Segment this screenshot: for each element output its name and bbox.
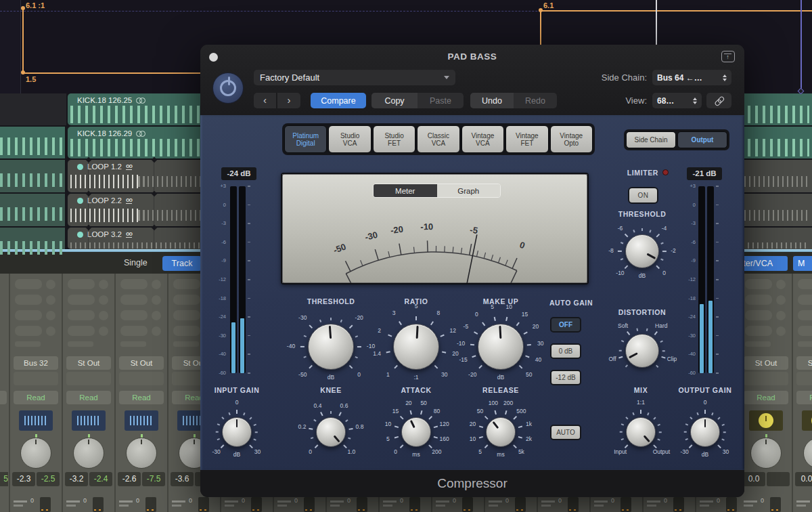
insert-slot-knob[interactable] <box>152 326 161 336</box>
insert-slot[interactable] <box>15 326 42 336</box>
automation-mode-button[interactable]: Read <box>66 391 111 404</box>
automation-node-line[interactable] <box>22 7 24 74</box>
compare-button[interactable]: Compare <box>311 93 366 108</box>
insert-slot[interactable] <box>120 310 148 320</box>
insert-slot-knob[interactable] <box>46 326 55 336</box>
insert-slot-knob[interactable] <box>99 311 108 320</box>
pan-knob[interactable] <box>750 438 782 469</box>
insert-slot-knob[interactable] <box>99 280 108 289</box>
insert-slot[interactable] <box>120 279 148 289</box>
circuit-tab-classic-vca[interactable]: ClassicVCA <box>417 125 459 153</box>
insert-slot[interactable] <box>68 279 95 289</box>
automation-mode-button[interactable]: Read <box>14 391 58 404</box>
group-slot[interactable] <box>796 372 812 385</box>
mixer-view-track[interactable]: Track <box>162 256 202 271</box>
vu-tab-meter[interactable]: Meter <box>374 184 437 197</box>
insert-slot-knob[interactable] <box>99 295 108 305</box>
circuit-tab-studio-vca[interactable]: StudioVCA <box>328 125 371 153</box>
mute-lines[interactable] <box>330 500 344 503</box>
release-knob[interactable] <box>486 417 516 447</box>
limiter-threshold-knob[interactable] <box>625 234 659 268</box>
insert-slot[interactable] <box>745 279 772 289</box>
insert-slot[interactable] <box>173 295 200 305</box>
automation-node[interactable] <box>21 70 25 74</box>
auto-gain-option--12db[interactable]: -12 dB <box>550 370 581 385</box>
mute-lines[interactable] <box>541 500 555 503</box>
distortion-knob[interactable] <box>625 334 659 368</box>
insert-slot[interactable] <box>15 279 42 289</box>
mute-lines[interactable] <box>277 500 291 503</box>
input-format-button[interactable] <box>125 410 158 431</box>
side-chain-dropdown[interactable]: Bus 64 ←… <box>652 70 731 85</box>
group-slot[interactable] <box>119 372 164 385</box>
circuit-tab-platinum-digital[interactable]: PlatinumDigital <box>284 125 327 153</box>
playhead[interactable] <box>656 0 657 45</box>
sends-bar[interactable] <box>68 341 93 347</box>
insert-slot-knob[interactable] <box>776 295 786 305</box>
output-slot[interactable]: St Out <box>66 356 111 370</box>
link-button[interactable] <box>706 93 731 108</box>
insert-slot[interactable] <box>120 295 148 305</box>
power-button[interactable] <box>212 72 244 104</box>
mute-lines[interactable] <box>172 505 181 507</box>
insert-slot[interactable] <box>745 295 772 305</box>
knee-knob[interactable] <box>316 417 346 447</box>
output-slot[interactable]: St Out <box>796 356 812 370</box>
mute-lines[interactable] <box>119 505 129 507</box>
insert-slot-knob[interactable] <box>776 311 786 320</box>
mute-lines[interactable] <box>14 500 27 503</box>
toggle-output[interactable]: Output <box>677 131 727 148</box>
insert-slot[interactable] <box>15 295 42 305</box>
mute-lines[interactable] <box>383 505 392 507</box>
insert-slot[interactable] <box>798 295 812 305</box>
group-slot[interactable] <box>14 372 58 385</box>
group-slot[interactable] <box>66 372 111 385</box>
output-slot[interactable]: St Out <box>744 356 788 370</box>
output-slot[interactable]: St Out <box>119 356 164 370</box>
automation-node[interactable] <box>539 8 543 12</box>
insert-slot[interactable] <box>120 326 148 336</box>
master-vca-tab[interactable]: ster/VCA <box>738 256 788 271</box>
mute-lines[interactable] <box>119 500 133 503</box>
paste-button[interactable]: Paste <box>418 93 464 108</box>
mix-knob[interactable] <box>626 417 656 447</box>
insert-slot-knob[interactable] <box>776 280 786 289</box>
mute-lines[interactable] <box>594 505 604 507</box>
sends-bar[interactable] <box>798 341 812 347</box>
auto-gain-option-off[interactable]: OFF <box>550 317 581 333</box>
insert-slot-knob[interactable] <box>152 295 161 305</box>
preset-dropdown[interactable]: Factory Default <box>254 70 455 85</box>
mute-lines[interactable] <box>647 505 656 507</box>
view-dropdown[interactable]: 68… <box>652 93 702 108</box>
mute-lines[interactable] <box>489 500 502 503</box>
sends-bar[interactable] <box>15 341 41 347</box>
insert-slot-knob[interactable] <box>152 311 161 320</box>
mute-lines[interactable] <box>436 500 449 503</box>
insert-slot-knob[interactable] <box>46 280 55 289</box>
insert-slot[interactable] <box>745 310 772 320</box>
mute-lines[interactable] <box>330 505 340 507</box>
mute-lines[interactable] <box>383 500 397 503</box>
input-format-button[interactable] <box>19 410 53 431</box>
insert-slot[interactable] <box>173 279 200 289</box>
mute-lines[interactable] <box>14 505 23 507</box>
sends-bar[interactable] <box>745 341 771 347</box>
insert-slot-knob[interactable] <box>99 326 108 336</box>
open-in-window-icon[interactable]: ↑ <box>721 51 735 62</box>
insert-slot[interactable] <box>173 310 200 320</box>
mute-lines[interactable] <box>796 505 806 507</box>
mute-lines[interactable] <box>796 500 810 503</box>
mute-lines[interactable] <box>436 505 445 507</box>
insert-slot[interactable] <box>68 295 95 305</box>
mute-lines[interactable] <box>744 505 753 507</box>
insert-slot[interactable] <box>173 326 200 336</box>
vu-tab-graph[interactable]: Graph <box>437 184 501 197</box>
mute-lines[interactable] <box>225 505 234 507</box>
mute-lines[interactable] <box>66 505 76 507</box>
attack-knob[interactable] <box>401 417 431 447</box>
insert-slot-knob[interactable] <box>776 326 786 336</box>
undo-button[interactable]: Undo <box>470 93 514 108</box>
copy-button[interactable]: Copy <box>371 93 418 108</box>
threshold-knob[interactable] <box>308 324 354 370</box>
output-slot[interactable]: Bus 32 <box>14 356 58 370</box>
